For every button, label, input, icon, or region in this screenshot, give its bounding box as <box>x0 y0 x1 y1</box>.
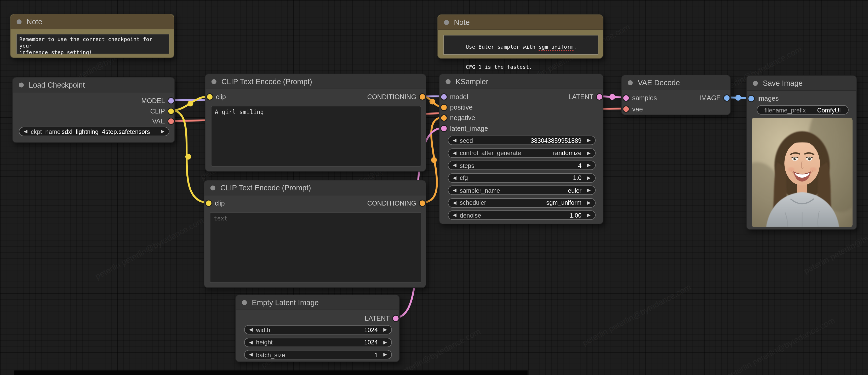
widget-value[interactable]: sgm_uniform <box>547 199 584 206</box>
widget-value[interactable]: 1.00 <box>570 212 584 218</box>
collapse-dot-icon[interactable] <box>19 82 24 87</box>
port-dot-conditioning[interactable] <box>420 94 425 100</box>
port-output-conditioning[interactable]: CONDITIONING <box>367 198 425 208</box>
collapse-dot-icon[interactable] <box>753 81 758 86</box>
node-note-sampler[interactable]: Note Use Euler sampler with sgm_uniform.… <box>437 14 603 59</box>
graph-canvas[interactable]: Note Remember to use the correct checkpo… <box>0 0 868 375</box>
node-empty-latent-image[interactable]: Empty Latent Image LATENT ◀ width 1024 ▶… <box>235 294 400 362</box>
decrement-arrow-icon[interactable]: ◀ <box>453 200 457 205</box>
widget-control-after-generate[interactable]: ◀ control_after_generate randomize ▶ <box>448 148 596 157</box>
port-input-positive[interactable]: positive <box>441 102 472 113</box>
node-clip-text-encode-positive[interactable]: CLIP Text Encode (Prompt) clip CONDITION… <box>205 74 426 172</box>
port-dot-clip[interactable] <box>168 108 174 114</box>
widget-height[interactable]: ◀ height 1024 ▶ <box>244 337 392 347</box>
increment-arrow-icon[interactable]: ▶ <box>587 150 591 155</box>
decrement-arrow-icon[interactable]: ◀ <box>453 163 457 168</box>
increment-arrow-icon[interactable]: ▶ <box>587 200 591 205</box>
node-title-bar[interactable]: Save Image <box>747 76 856 91</box>
widget-width[interactable]: ◀ width 1024 ▶ <box>244 325 392 335</box>
node-title-bar[interactable]: VAE Decode <box>622 75 730 90</box>
increment-arrow-icon[interactable]: ▶ <box>587 213 591 218</box>
collapse-dot-icon[interactable] <box>444 20 449 25</box>
port-output-latent[interactable]: LATENT <box>568 92 602 102</box>
node-load-checkpoint[interactable]: Load Checkpoint MODEL CLIP VAE ◀ ckpt_na… <box>12 77 175 143</box>
collapse-dot-icon[interactable] <box>445 79 451 84</box>
port-input-model[interactable]: model <box>441 92 468 102</box>
decrement-arrow-icon[interactable]: ◀ <box>453 150 457 155</box>
node-save-image[interactable]: Save Image images filename_prefix ComfyU… <box>746 75 857 230</box>
port-output-image[interactable]: IMAGE <box>700 93 730 103</box>
widget-scheduler[interactable]: ◀ scheduler sgm_uniform ▶ <box>448 198 596 207</box>
decrement-arrow-icon[interactable]: ◀ <box>249 327 253 332</box>
widget-ckpt-name[interactable]: ◀ ckpt_name sdxl_lightning_4step.safeten… <box>19 127 169 136</box>
decrement-arrow-icon[interactable]: ◀ <box>249 340 253 344</box>
widget-sampler-name[interactable]: ◀ sampler_name euler ▶ <box>448 185 596 195</box>
port-dot-conditioning[interactable] <box>441 104 446 110</box>
port-input-latent-image[interactable]: latent_image <box>441 123 488 133</box>
port-output-conditioning[interactable]: CONDITIONING <box>367 92 425 102</box>
widget-filename-prefix[interactable]: filename_prefix ComfyUI <box>756 105 848 115</box>
increment-arrow-icon[interactable]: ▶ <box>383 340 387 344</box>
widget-value[interactable]: 1024 <box>364 339 380 345</box>
node-clip-text-encode-negative[interactable]: CLIP Text Encode (Prompt) clip CONDITION… <box>204 180 426 288</box>
node-note-checkpoint[interactable]: Note Remember to use the correct checkpo… <box>10 14 175 58</box>
collapse-dot-icon[interactable] <box>211 185 215 190</box>
collapse-dot-icon[interactable] <box>242 300 247 305</box>
node-title-bar[interactable]: CLIP Text Encode (Prompt) <box>206 74 426 89</box>
widget-denoise[interactable]: ◀ denoise 1.00 ▶ <box>448 211 596 220</box>
prompt-textarea[interactable] <box>210 212 421 283</box>
port-input-images[interactable]: images <box>748 94 779 103</box>
port-dot-model[interactable] <box>441 94 446 100</box>
port-input-vae[interactable]: vae <box>623 104 643 114</box>
port-output-clip[interactable]: CLIP <box>150 106 174 116</box>
node-title-bar[interactable]: KSampler <box>439 74 603 89</box>
port-dot-vae[interactable] <box>168 119 174 124</box>
widget-value[interactable]: euler <box>568 187 584 193</box>
node-title-bar[interactable]: CLIP Text Encode (Prompt) <box>204 181 426 195</box>
port-dot-image[interactable] <box>724 95 730 101</box>
port-input-clip[interactable]: clip <box>206 198 225 208</box>
port-dot-clip[interactable] <box>207 94 213 100</box>
prompt-textarea[interactable]: A girl smiling <box>211 106 422 166</box>
increment-arrow-icon[interactable]: ▶ <box>587 176 591 180</box>
widget-value[interactable]: randomize <box>553 150 584 156</box>
note-text[interactable]: Remember to use the correct checkpoint f… <box>16 34 169 54</box>
widget-steps[interactable]: ◀ steps 4 ▶ <box>448 161 596 170</box>
node-vae-decode[interactable]: VAE Decode samples vae IMAGE <box>621 75 731 115</box>
widget-value[interactable]: ComfyUI <box>817 107 841 113</box>
port-dot-latent[interactable] <box>441 126 446 131</box>
note-text[interactable]: Use Euler sampler with sgm_uniform. CFG … <box>443 35 598 55</box>
port-dot-latent[interactable] <box>623 95 629 101</box>
port-dot-conditioning[interactable] <box>420 200 425 206</box>
increment-arrow-icon[interactable]: ▶ <box>587 163 591 168</box>
decrement-arrow-icon[interactable]: ◀ <box>453 176 457 180</box>
increment-arrow-icon[interactable]: ▶ <box>587 188 591 192</box>
node-title-bar[interactable]: Load Checkpoint <box>13 77 175 92</box>
increment-arrow-icon[interactable]: ▶ <box>587 138 591 143</box>
port-dot-vae[interactable] <box>623 106 629 112</box>
increment-arrow-icon[interactable]: ▶ <box>383 352 387 357</box>
widget-batch-size[interactable]: ◀ batch_size 1 ▶ <box>244 350 392 359</box>
widget-value[interactable]: 1.0 <box>573 175 584 181</box>
widget-cfg[interactable]: ◀ cfg 1.0 ▶ <box>448 173 596 183</box>
decrement-arrow-icon[interactable]: ◀ <box>453 213 457 218</box>
widget-value[interactable]: sdxl_lightning_4step.safetensors <box>62 128 150 135</box>
port-input-clip[interactable]: clip <box>207 92 226 102</box>
port-output-model[interactable]: MODEL <box>142 96 174 106</box>
port-dot-latent[interactable] <box>393 316 398 321</box>
widget-value[interactable]: 1024 <box>364 326 380 333</box>
decrement-arrow-icon[interactable]: ◀ <box>249 352 253 357</box>
collapse-dot-icon[interactable] <box>212 79 216 84</box>
port-dot-clip[interactable] <box>206 200 212 206</box>
collapse-dot-icon[interactable] <box>17 19 22 24</box>
port-input-negative[interactable]: negative <box>441 113 475 123</box>
port-dot-latent[interactable] <box>597 94 602 100</box>
decrement-arrow-icon[interactable]: ◀ <box>453 188 457 192</box>
port-dot-image[interactable] <box>748 96 754 101</box>
port-output-vae[interactable]: VAE <box>152 116 174 126</box>
port-dot-conditioning[interactable] <box>441 115 446 121</box>
increment-arrow-icon[interactable]: ▶ <box>161 129 164 134</box>
port-input-samples[interactable]: samples <box>623 93 657 103</box>
widget-value[interactable]: 383043859951889 <box>531 137 584 144</box>
widget-seed[interactable]: ◀ seed 383043859951889 ▶ <box>448 136 596 145</box>
